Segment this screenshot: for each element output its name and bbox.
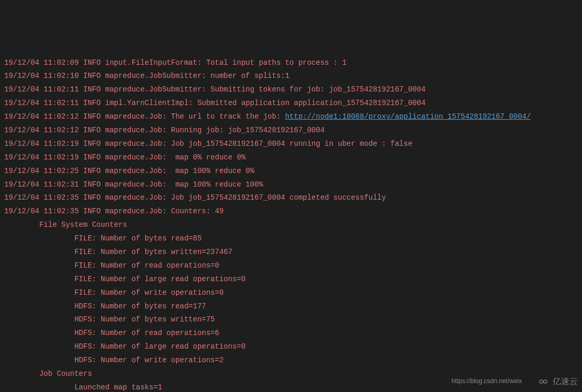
infinity-icon [536, 377, 551, 386]
log-line: HDFS: Number of write operations=2 [4, 354, 578, 367]
log-line: HDFS: Number of read operations=6 [4, 327, 578, 340]
log-text: 19/12/04 11:02:35 INFO mapreduce.Job: Co… [4, 207, 224, 215]
log-text: 19/12/04 11:02:12 INFO mapreduce.Job: Ru… [4, 126, 324, 134]
log-text: FILE: Number of large read operations=0 [4, 275, 246, 283]
log-line: 19/12/04 11:02:12 INFO mapreduce.Job: Th… [4, 110, 578, 124]
log-line: FILE: Number of bytes written=237467 [4, 246, 578, 259]
log-line: 19/12/04 11:02:25 INFO mapreduce.Job: ma… [4, 165, 578, 178]
watermark-url: https://blog.csdn.net/weix [451, 375, 522, 387]
log-line: 19/12/04 11:02:35 INFO mapreduce.Job: Jo… [4, 191, 578, 205]
log-text: FILE: Number of read operations=0 [4, 261, 219, 270]
log-text: HDFS: Number of read operations=6 [4, 329, 219, 337]
log-line: 19/12/04 11:02:19 INFO mapreduce.Job: Jo… [4, 137, 578, 151]
log-line: 19/12/04 11:02:31 INFO mapreduce.Job: ma… [4, 178, 578, 192]
log-text: FILE: Number of write operations=0 [4, 289, 224, 297]
log-line: 19/12/04 11:02:09 INFO input.FileInputFo… [4, 56, 578, 70]
log-text: 19/12/04 11:02:11 INFO mapreduce.JobSubm… [4, 85, 426, 94]
log-text: FILE: Number of bytes read=85 [4, 234, 202, 243]
log-text: HDFS: Number of bytes read=177 [4, 302, 206, 310]
log-text: HDFS: Number of write operations=2 [4, 356, 224, 364]
log-text: 19/12/04 11:02:25 INFO mapreduce.Job: ma… [4, 167, 254, 175]
terminal-log-output: 19/12/04 11:02:09 INFO input.FileInputFo… [4, 56, 578, 392]
log-line: HDFS: Number of large read operations=0 [4, 340, 578, 354]
log-text: Job Counters [4, 370, 96, 378]
log-text: 19/12/04 11:02:10 INFO mapreduce.JobSubm… [4, 72, 289, 80]
log-line: 19/12/04 11:02:11 INFO mapreduce.JobSubm… [4, 83, 578, 97]
log-line: 19/12/04 11:02:11 INFO impl.YarnClientIm… [4, 97, 578, 110]
log-text: 19/12/04 11:02:35 INFO mapreduce.Job: Jo… [4, 193, 386, 202]
log-text: Launched map tasks=1 [4, 383, 162, 391]
log-line: FILE: Number of bytes read=85 [4, 232, 578, 246]
log-line: FILE: Number of read operations=0 [4, 259, 578, 273]
log-text: 19/12/04 11:02:12 INFO mapreduce.Job: Th… [4, 112, 285, 121]
log-text: 19/12/04 11:02:11 INFO impl.YarnClientIm… [4, 99, 426, 107]
log-line: 19/12/04 11:02:19 INFO mapreduce.Job: ma… [4, 151, 578, 165]
log-line: FILE: Number of write operations=0 [4, 286, 578, 300]
log-text: 19/12/04 11:02:19 INFO mapreduce.Job: ma… [4, 153, 246, 162]
watermark-logo: 亿速云 [536, 374, 578, 389]
log-text: HDFS: Number of large read operations=0 [4, 342, 246, 351]
watermark-logo-text: 亿速云 [553, 374, 578, 389]
log-line: HDFS: Number of bytes read=177 [4, 300, 578, 314]
log-text: 19/12/04 11:02:31 INFO mapreduce.Job: ma… [4, 180, 263, 189]
job-tracking-url-link[interactable]: http://node1:18088/proxy/application_157… [285, 112, 531, 121]
log-line: File System Counters [4, 218, 578, 232]
log-text: 19/12/04 11:02:19 INFO mapreduce.Job: Jo… [4, 140, 412, 148]
log-line: FILE: Number of large read operations=0 [4, 273, 578, 286]
log-line: HDFS: Number of bytes written=75 [4, 313, 578, 327]
log-line: 19/12/04 11:02:12 INFO mapreduce.Job: Ru… [4, 124, 578, 137]
log-text: File System Counters [4, 221, 127, 229]
log-text: FILE: Number of bytes written=237467 [4, 248, 232, 256]
log-text: HDFS: Number of bytes written=75 [4, 315, 215, 324]
log-line: 19/12/04 11:02:35 INFO mapreduce.Job: Co… [4, 205, 578, 218]
log-text: 19/12/04 11:02:09 INFO input.FileInputFo… [4, 59, 346, 67]
log-line: 19/12/04 11:02:10 INFO mapreduce.JobSubm… [4, 70, 578, 83]
